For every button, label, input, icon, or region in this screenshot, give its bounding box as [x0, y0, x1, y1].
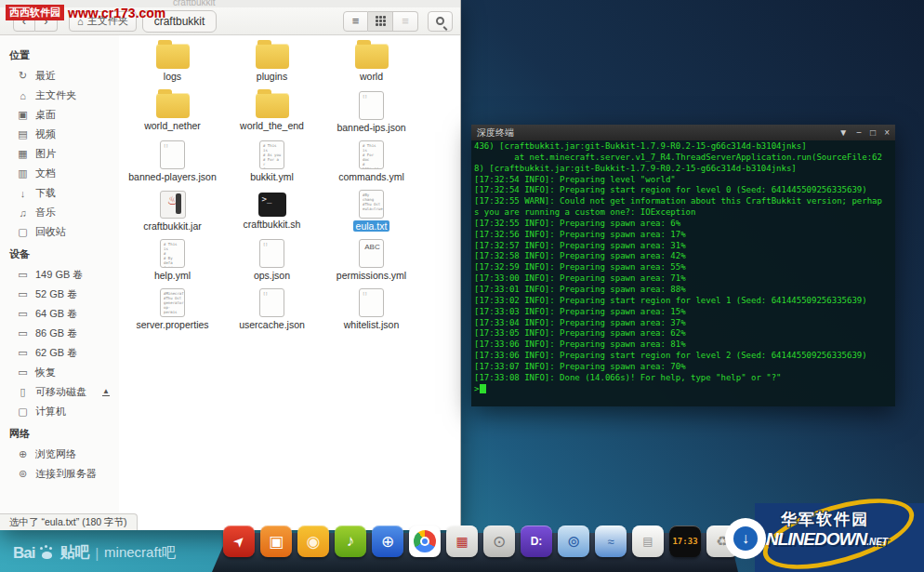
sidebar-item-volume-86[interactable]: ▭86 GB 卷	[9, 324, 119, 343]
sidebar-item-computer[interactable]: ▢计算机	[9, 402, 119, 421]
sidebar-item-volume-149[interactable]: ▭149 GB 卷	[9, 265, 119, 285]
music-player-icon[interactable]: ♪	[335, 525, 366, 557]
text-file-icon: # This is # For doc # http:// #	[359, 140, 384, 169]
folder-icon	[355, 44, 389, 69]
server-icon: ⊚	[17, 468, 29, 480]
deepin-talk-icon[interactable]: D:	[521, 525, 552, 557]
clock-icon[interactable]: 17:33	[669, 525, 701, 557]
compact-view-button[interactable]: ≡	[393, 11, 418, 32]
text-file-icon: []	[359, 91, 384, 120]
text-file-icon: []	[160, 140, 185, 169]
sidebar-item-volume-52[interactable]: ▭52 GB 卷	[9, 285, 119, 304]
file-item-selected[interactable]: #By chang #Thu Oct eula=trueeula.txt	[322, 189, 421, 238]
notes-icon[interactable]: ▤	[632, 525, 664, 557]
menu-icon[interactable]: ▼	[838, 125, 848, 140]
terminal-line: [17:32:54 INFO]: Preparing start region …	[474, 185, 892, 196]
sidebar-item-downloads[interactable]: ↓下载	[9, 183, 119, 203]
launcher-icon[interactable]: ➤	[223, 525, 255, 557]
terminal-line: [17:32:55 WARN]: Could not get informati…	[474, 196, 892, 207]
file-item[interactable]: logs	[123, 41, 222, 90]
sidebar-item-recent[interactable]: ↻最近	[9, 66, 119, 86]
terminal-line: [17:33:03 INFO]: Preparing spawn area: 1…	[474, 307, 892, 318]
sidebar-item-home[interactable]: ⌂主文件夹	[9, 86, 119, 105]
text-file-icon: #Minecraf #Thu Oct generator op-permis	[160, 288, 185, 317]
recent-icon: ↻	[17, 70, 29, 82]
file-item[interactable]: ABCpermissions.yml	[322, 238, 421, 287]
media-player-icon[interactable]: ⊙	[483, 525, 515, 557]
view-toggle-group: ≡ ≡	[343, 11, 418, 32]
sidebar-item-browse-network[interactable]: ⊕浏览网络	[9, 445, 119, 464]
sidebar-item-pictures[interactable]: ▦图片	[9, 144, 119, 164]
volume-icon: ▭	[17, 347, 29, 359]
sidebar-item-music[interactable]: ♫音乐	[9, 203, 119, 222]
terminal-window-controls: ▼ − □ ×	[838, 125, 890, 140]
file-item[interactable]: # This is # # By defa # or extrhelp.yml	[123, 238, 222, 287]
file-item[interactable]: []usercache.json	[222, 287, 322, 337]
file-item[interactable]: >_craftbukkit.sh	[222, 189, 322, 238]
file-item[interactable]: # This is # As you # For a r # http://bu…	[222, 140, 322, 189]
terminal-line: [17:33:07 INFO]: Preparing spawn area: 7…	[474, 362, 892, 373]
text-file-icon: []	[259, 239, 284, 268]
shell-script-icon: >_	[258, 193, 286, 217]
sidebar-item-connect-server[interactable]: ⊚连接到服务器	[9, 464, 119, 484]
sidebar-item-trash[interactable]: ▢回收站	[9, 222, 119, 242]
sidebar-item-volume-62[interactable]: ▭62 GB 卷	[9, 343, 119, 363]
file-item[interactable]: #Minecraf #Thu Oct generator op-permisse…	[123, 287, 222, 337]
file-item[interactable]: []banned-players.json	[123, 140, 222, 189]
file-item[interactable]: world	[322, 41, 421, 90]
eject-icon[interactable]: ▲	[102, 388, 110, 396]
sidebar-item-removable-disk[interactable]: ▯可移动磁盘▲	[9, 382, 119, 402]
sidebar-item-volume-64[interactable]: ▭64 GB 卷	[9, 304, 119, 324]
file-item[interactable]: []ops.json	[222, 238, 322, 287]
terminal-title: 深度终端	[477, 126, 514, 140]
browser-icon[interactable]: ⊕	[372, 525, 403, 557]
file-item[interactable]: world_nether	[123, 90, 222, 140]
terminal-window: 深度终端 ▼ − □ × 436) [craftbukkit.jar:git-B…	[471, 125, 895, 406]
search-icon	[436, 17, 444, 25]
chrome-icon[interactable]	[409, 525, 441, 557]
sidebar-item-documents[interactable]: ▥文档	[9, 164, 119, 183]
terminal-output[interactable]: 436) [craftbukkit.jar:git-Bukkit-1.7.9-R…	[471, 140, 895, 406]
sidebar-item-videos[interactable]: ▤视频	[9, 125, 119, 144]
folder-icon	[156, 93, 190, 118]
watermark-url: www.cr173.com	[68, 6, 165, 20]
folder-icon	[256, 44, 289, 69]
terminal-line: 8) [craftbukkit.jar:git-Bukkit-1.7.9-R0.…	[474, 164, 892, 175]
terminal-line: [17:32:59 INFO]: Preparing spawn area: 5…	[474, 262, 892, 273]
maximize-icon[interactable]: □	[870, 125, 876, 140]
app-store-icon[interactable]: ▣	[260, 525, 292, 557]
close-icon[interactable]: ×	[884, 125, 890, 140]
terminal-line: [17:33:01 INFO]: Preparing spawn area: 8…	[474, 285, 892, 296]
minimize-icon[interactable]: −	[856, 125, 862, 140]
separator: |	[95, 546, 99, 561]
file-item[interactable]: ♨craftbukkit.jar	[123, 189, 222, 238]
watermark-onlinedown: ↓ 华军软件园 NLINEDOWN.NET	[755, 503, 924, 572]
grid-view-button[interactable]	[368, 11, 393, 32]
terminal-titlebar[interactable]: 深度终端 ▼ − □ ×	[471, 125, 895, 140]
photos-icon[interactable]: ▦	[446, 525, 478, 557]
web-browser-icon[interactable]: ⊚	[558, 525, 589, 557]
terminal-line: [17:32:58 INFO]: Preparing spawn area: 4…	[474, 251, 892, 262]
terminal-line: [17:32:57 INFO]: Preparing spawn area: 3…	[474, 241, 892, 252]
file-item[interactable]: world_the_end	[222, 90, 322, 140]
terminal-line: [17:32:55 INFO]: Preparing spawn area: 6…	[474, 219, 892, 230]
sidebar-item-recovery[interactable]: ▭恢复	[9, 363, 119, 382]
file-item[interactable]: []banned-ips.json	[322, 90, 421, 140]
folder-icon	[256, 93, 289, 118]
file-item[interactable]: plugins	[222, 41, 322, 90]
game-center-icon[interactable]: ◉	[297, 525, 329, 557]
search-button[interactable]	[428, 11, 453, 32]
volume-icon: ▭	[17, 308, 29, 320]
file-item[interactable]: # This is # For doc # http:// #commands.…	[322, 140, 421, 189]
tieba-name: minecraft吧	[104, 544, 176, 562]
computer-icon: ▢	[17, 406, 29, 418]
sidebar-item-desktop[interactable]: ▣桌面	[9, 105, 119, 125]
list-view-button[interactable]: ≡	[343, 11, 368, 32]
trash-icon: ▢	[17, 226, 29, 238]
terminal-line: s you are running a custom one?: IOExcep…	[474, 207, 892, 219]
terminal-prompt-line[interactable]: >	[474, 384, 892, 395]
ocean-app-icon[interactable]: ≈	[595, 525, 627, 557]
network-icon: ⊕	[17, 448, 29, 460]
music-icon: ♫	[17, 207, 29, 219]
file-item[interactable]: []whitelist.json	[322, 287, 421, 337]
